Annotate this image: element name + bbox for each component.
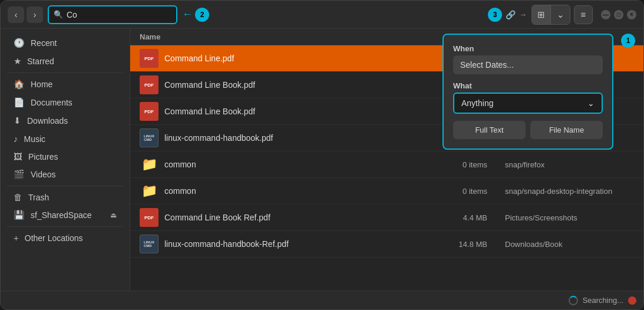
searching-label: Searching...	[583, 296, 623, 305]
file-size: 0 items	[428, 160, 487, 169]
sidebar-item-recent[interactable]: 🕐 Recent	[4, 34, 126, 52]
annotation-2-group: ← 2	[182, 8, 209, 22]
pdf-icon: PDF	[140, 208, 158, 227]
titlebar: ‹ › 🔍 ← 2 3 🔗 → ⊞ ⌄ ≡ —	[1, 1, 643, 29]
back-button[interactable]: ‹	[8, 6, 24, 23]
filter-popup: When Select Dates... What Anything ⌄ Ful…	[442, 34, 613, 150]
what-dropdown-icon: ⌄	[587, 98, 595, 108]
sidebar-item-other-locations[interactable]: + Other Locations	[4, 229, 126, 246]
close-button[interactable]: ×	[627, 10, 636, 19]
header-name: Name	[140, 32, 422, 41]
sidebar-separator-2	[8, 186, 123, 186]
grid-view-button[interactable]: ⊞	[532, 5, 551, 24]
link-icon: 🔗	[506, 10, 516, 19]
searching-spinner	[569, 296, 578, 305]
sidebar-item-label-videos: Videos	[31, 170, 56, 179]
annotation-3-group: 3 🔗 →	[488, 8, 527, 22]
callout-badge-2: 2	[195, 8, 209, 22]
callout-badge-1: 1	[621, 45, 635, 48]
search-box: 🔍	[48, 5, 177, 24]
folder-icon: 📁	[140, 182, 158, 200]
sidebar-item-music[interactable]: ♪ Music	[4, 130, 126, 147]
file-location: Pictures/Screenshots	[493, 213, 634, 222]
when-label: When	[453, 44, 603, 53]
what-value: Anything	[461, 98, 493, 108]
sidebar-item-label-trash: Trash	[28, 193, 49, 202]
pdf-icon: PDF	[140, 102, 158, 121]
table-row[interactable]: PDF Command Line Book Ref.pdf 4.4 MB Pic…	[130, 205, 643, 231]
forward-button[interactable]: ›	[27, 6, 43, 23]
downloads-icon: ⬇	[14, 116, 21, 126]
file-size: 14.8 MB	[428, 240, 487, 249]
window-controls: — □ ×	[601, 10, 636, 19]
file-size: 4.4 MB	[428, 213, 487, 222]
folder-icon: 📁	[140, 155, 158, 174]
sidebar-item-sf-sharedspace[interactable]: 💾 sf_SharedSpace ⏏	[4, 206, 126, 224]
sidebar-item-label-downloads: Downloads	[27, 116, 68, 126]
filter-buttons: Full Text File Name	[453, 121, 603, 139]
eject-icon[interactable]: ⏏	[110, 211, 117, 219]
stop-button[interactable]	[628, 296, 636, 305]
file-location: snap/firefox	[493, 160, 634, 169]
sidebar-item-label-music: Music	[24, 134, 46, 144]
main-window: ‹ › 🔍 ← 2 3 🔗 → ⊞ ⌄ ≡ —	[0, 0, 644, 310]
linux-pdf-icon: LINUXCMD	[140, 128, 158, 147]
starred-icon: ★	[14, 56, 21, 67]
trash-icon: 🗑	[14, 192, 22, 202]
sidebar-item-label-starred: Starred	[27, 57, 54, 66]
pdf-icon: PDF	[140, 49, 158, 68]
what-select[interactable]: Anything ⌄	[453, 93, 603, 114]
file-location: Downloads/Book	[493, 240, 634, 249]
file-name: common	[164, 186, 422, 196]
annotation-arrow-right: →	[519, 10, 527, 19]
search-input[interactable]	[67, 10, 171, 19]
when-section: When Select Dates...	[453, 44, 603, 74]
file-name: Command Line Book Ref.pdf	[164, 213, 422, 222]
sidebar-separator-3	[8, 226, 123, 227]
file-location: snap/snapd-desktop-integration	[493, 187, 634, 196]
list-view-button[interactable]: ≡	[574, 5, 593, 24]
music-icon: ♪	[14, 134, 18, 144]
sidebar-item-label-sf: sf_SharedSpace	[31, 210, 92, 220]
sidebar-item-label-documents: Documents	[31, 98, 72, 107]
view-dropdown-button[interactable]: ⌄	[551, 5, 570, 24]
linux-pdf-icon: LINUXCMD	[140, 235, 158, 253]
sidebar-item-home[interactable]: 🏠 Home	[4, 75, 126, 93]
search-icon: 🔍	[54, 10, 63, 19]
pictures-icon: 🖼	[14, 151, 22, 161]
sidebar-item-label-pictures: Pictures	[28, 152, 58, 161]
documents-icon: 📄	[14, 97, 25, 108]
file-size: 0 items	[428, 187, 487, 196]
annotation-arrow-2: ←	[182, 8, 193, 21]
minimize-button[interactable]: —	[601, 10, 610, 19]
table-row[interactable]: LINUXCMD linux-command-handbook-Ref.pdf …	[130, 231, 643, 258]
file-name: Command Line Book.pdf	[164, 80, 422, 90]
sidebar-item-label-other: Other Locations	[25, 233, 83, 243]
sidebar-item-pictures[interactable]: 🖼 Pictures	[4, 148, 126, 165]
sidebar-item-documents[interactable]: 📄 Documents	[4, 94, 126, 111]
select-dates-button[interactable]: Select Dates...	[453, 55, 603, 74]
what-label: What	[453, 81, 603, 90]
table-row[interactable]: 📁 common 0 items snap/snapd-desktop-inte…	[130, 178, 643, 205]
file-name: linux-command-handbook.pdf	[164, 133, 422, 143]
view-mode-group: ⊞ ⌄	[531, 5, 570, 25]
other-locations-icon: +	[14, 233, 19, 243]
sidebar-item-downloads[interactable]: ⬇ Downloads	[4, 112, 126, 130]
pdf-icon: PDF	[140, 75, 158, 94]
maximize-button[interactable]: □	[614, 10, 623, 19]
toolbar-right: ⊞ ⌄ ≡ — □ ×	[531, 5, 636, 25]
sidebar-item-videos[interactable]: 🎬 Videos	[4, 166, 126, 183]
what-section: What Anything ⌄	[453, 81, 603, 114]
sidebar-item-label-recent: Recent	[31, 38, 57, 48]
table-row[interactable]: 📁 common 0 items snap/firefox	[130, 151, 643, 178]
sidebar: 🕐 Recent ★ Starred 🏠 Home 📄 Documents ⬇ …	[1, 29, 130, 291]
nav-buttons: ‹ ›	[8, 6, 43, 23]
statusbar: Searching...	[1, 291, 643, 309]
sidebar-item-trash[interactable]: 🗑 Trash	[4, 189, 126, 206]
sidebar-separator-1	[8, 72, 123, 73]
file-name-button[interactable]: File Name	[530, 121, 603, 139]
full-text-button[interactable]: Full Text	[453, 121, 526, 139]
file-name: Command Line.pdf	[164, 54, 422, 63]
sf-sharedspace-icon: 💾	[14, 210, 25, 220]
sidebar-item-starred[interactable]: ★ Starred	[4, 52, 126, 70]
